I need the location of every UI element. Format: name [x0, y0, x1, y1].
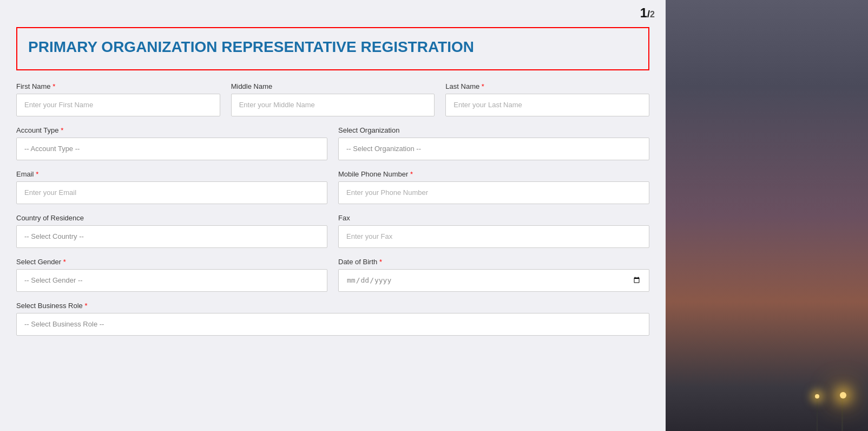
- business-role-group: Select Business Role * -- Select Busines…: [16, 302, 649, 336]
- street-light-glow: [840, 392, 846, 399]
- dob-group: Date of Birth *: [338, 258, 649, 292]
- gender-label: Select Gender *: [16, 258, 327, 266]
- account-type-select[interactable]: -- Account Type --: [16, 138, 327, 160]
- background-panel: [666, 0, 868, 431]
- business-role-label: Select Business Role *: [16, 302, 649, 310]
- gender-select[interactable]: -- Select Gender --: [16, 269, 327, 292]
- mobile-phone-group: Mobile Phone Number *: [338, 170, 649, 204]
- email-required: *: [34, 170, 39, 178]
- gender-dob-row: Select Gender * -- Select Gender -- Date…: [16, 258, 649, 292]
- step-total: 2: [650, 10, 655, 19]
- middle-name-label: Middle Name: [231, 82, 435, 90]
- page-title: PRIMARY ORGANIZATION REPRESENTATIVE REGI…: [28, 38, 637, 56]
- dob-label: Date of Birth *: [338, 258, 649, 266]
- select-org-group: Select Organization -- Select Organizati…: [338, 126, 649, 160]
- country-fax-row: Country of Residence -- Select Country -…: [16, 214, 649, 248]
- business-role-select[interactable]: -- Select Business Role --: [16, 313, 649, 336]
- account-type-group: Account Type * -- Account Type --: [16, 126, 327, 160]
- email-label: Email *: [16, 170, 327, 178]
- last-name-group: Last Name *: [445, 82, 649, 116]
- select-org-label: Select Organization: [338, 126, 649, 134]
- business-role-required: *: [83, 302, 88, 310]
- email-group: Email *: [16, 170, 327, 204]
- fax-input[interactable]: [338, 225, 649, 248]
- gender-required: *: [61, 258, 66, 266]
- mobile-phone-input[interactable]: [338, 181, 649, 204]
- email-input[interactable]: [16, 181, 327, 204]
- first-name-group: First Name *: [16, 82, 220, 116]
- country-group: Country of Residence -- Select Country -…: [16, 214, 327, 248]
- mobile-phone-label: Mobile Phone Number *: [338, 170, 649, 178]
- last-name-required: *: [479, 82, 484, 90]
- first-name-input[interactable]: [16, 94, 220, 116]
- step-indicator: 1/2: [640, 5, 655, 21]
- step-current: 1: [640, 5, 647, 20]
- business-role-row: Select Business Role * -- Select Busines…: [16, 302, 649, 336]
- title-box: PRIMARY ORGANIZATION REPRESENTATIVE REGI…: [16, 27, 649, 70]
- light-pole: [841, 399, 843, 431]
- first-name-required: *: [51, 82, 56, 90]
- gender-group: Select Gender * -- Select Gender --: [16, 258, 327, 292]
- last-name-label: Last Name *: [445, 82, 649, 90]
- last-name-input[interactable]: [445, 94, 649, 116]
- email-phone-row: Email * Mobile Phone Number *: [16, 170, 649, 204]
- fax-group: Fax: [338, 214, 649, 248]
- middle-name-input[interactable]: [231, 94, 435, 116]
- first-name-label: First Name *: [16, 82, 220, 90]
- light-pole-2: [817, 399, 818, 431]
- middle-name-group: Middle Name: [231, 82, 435, 116]
- fax-label: Fax: [338, 214, 649, 222]
- dob-required: *: [377, 258, 382, 266]
- account-type-label: Account Type *: [16, 126, 327, 134]
- form-panel: 1/2 PRIMARY ORGANIZATION REPRESENTATIVE …: [0, 0, 666, 431]
- country-label: Country of Residence: [16, 214, 327, 222]
- country-select[interactable]: -- Select Country --: [16, 225, 327, 248]
- street-light-glow-2: [815, 394, 819, 399]
- select-org-select[interactable]: -- Select Organization --: [338, 138, 649, 160]
- name-row: First Name * Middle Name Last Name *: [16, 82, 649, 116]
- account-org-row: Account Type * -- Account Type -- Select…: [16, 126, 649, 160]
- dob-input[interactable]: [338, 269, 649, 292]
- account-type-required: *: [59, 126, 64, 134]
- mobile-phone-required: *: [408, 170, 413, 178]
